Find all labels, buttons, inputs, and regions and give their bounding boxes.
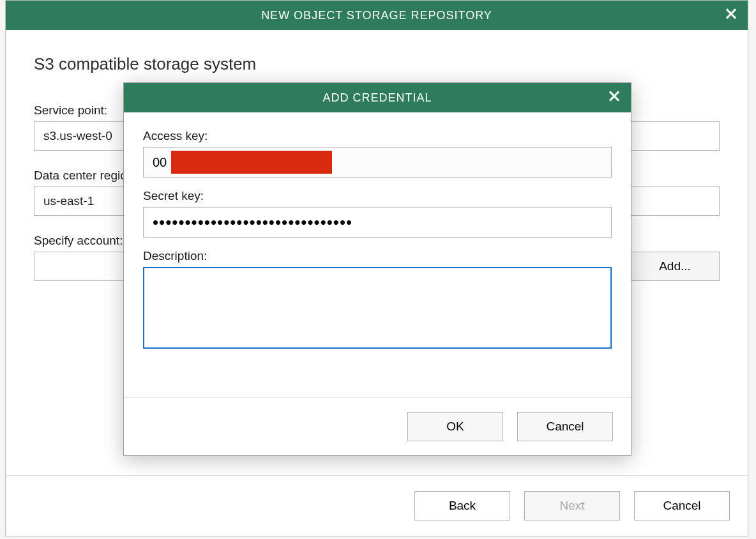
- description-textarea[interactable]: [143, 267, 612, 349]
- wizard-footer: Back Next Cancel: [6, 475, 748, 536]
- access-key-input[interactable]: [143, 147, 612, 178]
- close-icon[interactable]: [608, 90, 621, 106]
- dialog-titlebar: ADD CREDENTIAL: [124, 83, 631, 112]
- cancel-button[interactable]: Cancel: [634, 491, 730, 520]
- secret-key-label: Secret key:: [143, 189, 612, 203]
- description-row: Description:: [143, 249, 612, 352]
- page-heading: S3 compatible storage system: [34, 54, 720, 74]
- add-button[interactable]: Add...: [630, 252, 720, 281]
- secret-key-input[interactable]: [143, 207, 612, 238]
- access-key-label: Access key:: [143, 129, 612, 143]
- dialog-body: Access key: Secret key: Description:: [124, 112, 631, 397]
- wizard-titlebar: NEW OBJECT STORAGE REPOSITORY: [6, 1, 748, 30]
- next-button: Next: [524, 491, 620, 520]
- secret-key-row: Secret key:: [143, 189, 612, 238]
- dialog-title: ADD CREDENTIAL: [322, 91, 432, 105]
- description-label: Description:: [143, 249, 612, 263]
- add-credential-dialog: ADD CREDENTIAL Access key: Secret key: D…: [123, 82, 631, 456]
- cancel-button[interactable]: Cancel: [517, 412, 613, 441]
- ok-button[interactable]: OK: [407, 412, 503, 441]
- wizard-title: NEW OBJECT STORAGE REPOSITORY: [261, 9, 492, 22]
- back-button[interactable]: Back: [414, 491, 510, 520]
- dialog-footer: OK Cancel: [124, 397, 631, 455]
- close-icon[interactable]: [725, 8, 737, 24]
- access-key-row: Access key:: [143, 129, 612, 178]
